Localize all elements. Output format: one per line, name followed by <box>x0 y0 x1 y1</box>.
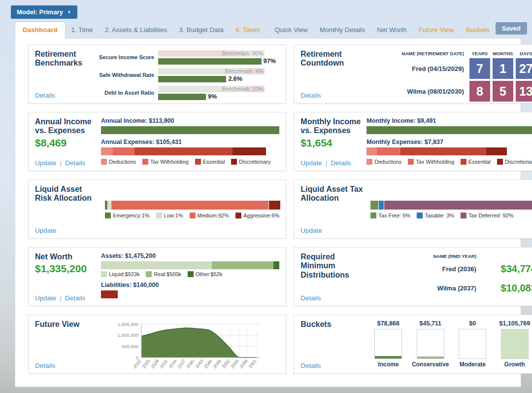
bucket-conservative: $45,711 Conservative <box>411 320 450 368</box>
update-link[interactable]: Update <box>300 227 322 234</box>
card-risk-allocation: Liquid Asset Risk Allocation Update Emer… <box>28 179 286 239</box>
details-link[interactable]: Details <box>300 294 321 302</box>
svg-text:1,000,000: 1,000,000 <box>118 332 138 338</box>
countdown-header-days: DAYS <box>516 51 532 56</box>
rmd-person: Wilma (2037) <box>370 279 478 297</box>
update-link[interactable]: Update <box>35 159 57 167</box>
update-link[interactable]: Update <box>300 159 322 167</box>
countdown-header-name: NAME (RETIREMENT DATE) <box>366 51 467 56</box>
legend-label: Other:$52k <box>196 271 222 277</box>
value-label: 9% <box>208 93 217 100</box>
tab-buckets[interactable]: Buckets <box>460 22 496 38</box>
model-selector-label: Model: Primary <box>17 8 63 16</box>
card-title: Required Minimum Distributions <box>300 252 365 280</box>
tab-quick-view[interactable]: Quick View <box>269 22 314 38</box>
legend-swatch <box>235 213 241 218</box>
countdown-months-tile: 5 <box>493 81 513 102</box>
income-label: Annual Income: $113,900 <box>101 117 279 124</box>
legend-label: Essential <box>203 159 225 165</box>
link-separator: | <box>326 159 328 167</box>
legend-swatch <box>370 213 376 218</box>
legend-swatch <box>188 271 194 277</box>
card-retirement-countdown: Retirement Countdown Details NAME (RETIR… <box>294 44 532 104</box>
card-title: Liquid Asset Risk Allocation <box>35 185 99 203</box>
legend-label: Essential <box>468 159 491 165</box>
legend-swatch <box>408 159 414 165</box>
countdown-years-tile: 7 <box>469 58 490 79</box>
card-net-worth: Net Worth $1,335,200 Update | Details As… <box>28 247 286 306</box>
value-bar <box>158 94 206 100</box>
benchmark-text: Benchmark: 4% <box>225 68 264 74</box>
risk-legend: Emergency:1% Low:1% Medium:92% Aggressiv… <box>105 213 279 218</box>
legend-swatch <box>231 159 237 165</box>
card-monthly-income-expenses: Monthly Income vs. Expenses $1,654 Updat… <box>294 112 532 171</box>
assets-segment <box>212 261 273 269</box>
update-link[interactable]: Update <box>35 294 57 302</box>
future-view-area-chart: 0500,0001,000,0001,500,00020222025202820… <box>106 320 279 377</box>
details-link[interactable]: Details <box>331 159 351 167</box>
liabilities-label: Liabilities: $140,000 <box>101 282 279 288</box>
legend-swatch <box>417 213 423 218</box>
legend-swatch <box>366 159 372 165</box>
countdown-person: Wilma (08/01/2030) <box>366 88 467 95</box>
details-link[interactable]: Details <box>35 92 55 99</box>
allocation-segment <box>105 201 107 210</box>
tab-budget-data[interactable]: 3. Budget Data <box>173 22 230 38</box>
expenses-bar <box>366 147 507 155</box>
expenses-bar <box>101 147 266 155</box>
bucket-label: Conservative <box>411 361 450 368</box>
svg-text:500,000: 500,000 <box>122 344 138 349</box>
legend-label: Tax Withholding <box>150 159 189 165</box>
dashboard-panel: Retirement Benchmarks Details Secure Inc… <box>15 38 521 387</box>
details-link[interactable]: Details <box>65 159 85 167</box>
benchmark-row: Secure Income Score Benchmark: 80% 97% <box>86 50 279 65</box>
assets-legend: Liquid:$923k Real:$500k Other:$52k <box>101 271 279 277</box>
card-rmd: Required Minimum Distributions Details N… <box>294 247 532 306</box>
card-title: Retirement Countdown <box>300 50 361 68</box>
risk-allocation-bar <box>105 201 279 210</box>
bucket-label: Growth <box>495 361 532 368</box>
svg-text:2055: 2055 <box>230 358 239 369</box>
allocation-segment <box>379 201 383 210</box>
assets-bar <box>101 261 279 269</box>
expenses-segment <box>233 147 266 155</box>
card-future-view: Future View Details 0500,0001,000,0001,5… <box>28 315 286 374</box>
model-selector-button[interactable]: Model: Primary ▼ <box>11 5 77 19</box>
expenses-legend: Deductions Tax Withholding Essential Dis… <box>101 159 279 165</box>
tab-assets-liabilities[interactable]: 2. Assets & Liabilities <box>99 22 173 38</box>
card-title: Net Worth <box>35 252 95 261</box>
rmd-amount: $10,083 <box>478 283 532 294</box>
tab-monthly-details[interactable]: Monthly Details <box>314 22 371 38</box>
details-link[interactable]: Details <box>65 294 85 302</box>
card-title: Buckets <box>300 320 361 329</box>
benchmark-track: Benchmark: 20% <box>158 86 265 92</box>
details-link[interactable]: Details <box>300 92 321 99</box>
tab-time[interactable]: 1. Time <box>66 22 99 38</box>
svg-text:2025: 2025 <box>141 358 151 369</box>
income-bar <box>366 126 532 134</box>
update-link[interactable]: Update <box>35 227 57 234</box>
link-separator: | <box>60 294 62 302</box>
svg-text:1,500,000: 1,500,000 <box>118 322 138 327</box>
expenses-segment <box>377 147 400 155</box>
expenses-segment <box>134 147 233 155</box>
bucket-value: $0 <box>453 320 492 327</box>
tax-legend: Tax Free: 5% Taxable: 3% Tax Deferred: 9… <box>370 213 532 218</box>
tab-dashboard[interactable]: Dashboard <box>15 22 66 38</box>
svg-text:2034: 2034 <box>167 358 177 369</box>
details-link[interactable]: Details <box>300 362 321 369</box>
card-title: Annual Income vs. Expenses <box>35 117 95 136</box>
legend-label: Discretionary <box>505 159 532 165</box>
tab-net-worth[interactable]: Net Worth <box>371 22 413 38</box>
tab-taxes[interactable]: 4. Taxes <box>230 22 266 38</box>
tax-allocation-bar <box>370 201 532 210</box>
details-link[interactable]: Details <box>35 362 55 369</box>
chevron-down-icon: ▼ <box>67 10 71 15</box>
expenses-segment <box>400 147 486 155</box>
tab-future-view[interactable]: Future View <box>413 22 460 38</box>
saved-status-button[interactable]: Saved <box>496 22 527 35</box>
svg-text:2037: 2037 <box>176 358 186 369</box>
legend-label: Tax Withholding <box>416 159 454 165</box>
card-title: Liquid Asset Tax Allocation <box>300 185 365 203</box>
legend-label: Aggressive:6% <box>243 213 279 218</box>
